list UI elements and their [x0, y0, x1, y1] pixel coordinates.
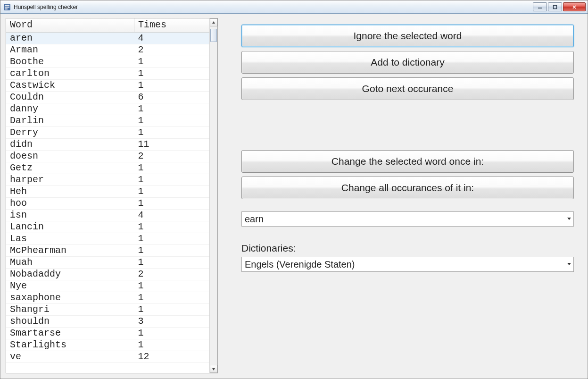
suggestion-combo[interactable]: earn: [241, 211, 574, 227]
table-row[interactable]: Couldn6: [6, 92, 209, 103]
cell-times: 11: [134, 139, 209, 151]
table-row[interactable]: Castwick1: [6, 80, 209, 92]
col-header-word[interactable]: Word: [6, 18, 134, 33]
cell-times: 1: [134, 56, 209, 68]
client-area: Word Times aren4Arman2Boothe1carlton1Cas…: [0, 14, 588, 379]
table-row[interactable]: Smartarse1: [6, 328, 209, 339]
cell-word: Smartarse: [6, 328, 134, 339]
cell-times: 1: [134, 198, 209, 210]
controls-panel: Ignore the selected word Add to dictiona…: [241, 18, 582, 373]
change-all-button[interactable]: Change all occurances of it in:: [241, 177, 574, 199]
svg-rect-3: [5, 8, 8, 9]
table-row[interactable]: Arman2: [6, 44, 209, 56]
app-window: Hunspell spelling checker Word: [0, 0, 588, 379]
minimize-button[interactable]: [533, 2, 547, 11]
table-row[interactable]: Shangri1: [6, 304, 209, 316]
svg-marker-10: [567, 218, 571, 220]
cell-word: danny: [6, 103, 134, 115]
maximize-button[interactable]: [548, 2, 562, 11]
dictionaries-label: Dictionaries:: [241, 243, 574, 254]
svg-rect-1: [5, 5, 9, 6]
cell-word: hoo: [6, 198, 134, 210]
table-row[interactable]: Darlin1: [6, 115, 209, 127]
cell-word: aren: [6, 33, 134, 44]
dictionary-combo[interactable]: Engels (Verenigde Staten): [241, 257, 574, 272]
cell-times: 1: [134, 127, 209, 139]
cell-times: 1: [134, 233, 209, 245]
change-all-button-label: Change all occurances of it in:: [341, 182, 474, 194]
window-title: Hunspell spelling checker: [14, 4, 532, 10]
table-row[interactable]: Derry1: [6, 127, 209, 139]
col-header-times[interactable]: Times: [134, 18, 209, 33]
cell-times: 4: [134, 33, 209, 44]
add-to-dictionary-button[interactable]: Add to dictionary: [241, 51, 574, 74]
table-row[interactable]: harper1: [6, 174, 209, 186]
cell-word: didn: [6, 139, 134, 151]
table-row[interactable]: carlton1: [6, 68, 209, 80]
table-row[interactable]: Lancin1: [6, 221, 209, 233]
scroll-down-button[interactable]: [210, 365, 217, 373]
scroll-up-button[interactable]: [210, 18, 217, 26]
table-row[interactable]: danny1: [6, 103, 209, 115]
cell-word: Getz: [6, 162, 134, 174]
svg-rect-5: [554, 5, 557, 8]
cell-word: Arman: [6, 44, 134, 56]
word-table-wrap: Word Times aren4Arman2Boothe1carlton1Cas…: [6, 18, 209, 373]
cell-word: Nye: [6, 280, 134, 292]
change-once-button-label: Change the selected word once in:: [331, 156, 484, 167]
table-row[interactable]: aren4: [6, 33, 209, 44]
cell-word: Darlin: [6, 115, 134, 127]
svg-marker-8: [212, 21, 215, 24]
word-list-scrollbar[interactable]: [209, 18, 217, 373]
svg-marker-11: [567, 263, 571, 265]
chevron-down-icon: [567, 217, 571, 221]
cell-times: 1: [134, 174, 209, 186]
table-row[interactable]: doesn2: [6, 151, 209, 162]
table-row[interactable]: didn11: [6, 139, 209, 151]
table-row[interactable]: Starlights1: [6, 339, 209, 351]
table-row[interactable]: ve12: [6, 351, 209, 363]
change-once-button[interactable]: Change the selected word once in:: [241, 150, 574, 173]
table-row[interactable]: hoo1: [6, 198, 209, 210]
window-controls: [532, 2, 586, 11]
goto-next-button[interactable]: Goto next occurance: [241, 77, 574, 100]
cell-word: Shangri: [6, 304, 134, 316]
cell-times: 4: [134, 210, 209, 221]
table-row[interactable]: McPhearman1: [6, 245, 209, 257]
close-button[interactable]: [563, 2, 586, 11]
cell-times: 1: [134, 80, 209, 92]
word-list-panel: Word Times aren4Arman2Boothe1carlton1Cas…: [6, 18, 218, 373]
cell-times: 1: [134, 162, 209, 174]
table-row[interactable]: shouldn3: [6, 316, 209, 328]
ignore-button-label: Ignore the selected word: [354, 30, 462, 42]
cell-times: 6: [134, 92, 209, 103]
cell-word: shouldn: [6, 316, 134, 328]
table-row[interactable]: Getz1: [6, 162, 209, 174]
table-row[interactable]: Muah1: [6, 257, 209, 269]
table-row[interactable]: saxaphone1: [6, 292, 209, 304]
table-row[interactable]: Heh1: [6, 186, 209, 198]
cell-times: 2: [134, 269, 209, 280]
cell-word: Nobadaddy: [6, 269, 134, 280]
cell-word: Lancin: [6, 221, 134, 233]
app-icon: [3, 3, 11, 11]
cell-times: 2: [134, 44, 209, 56]
cell-times: 1: [134, 257, 209, 269]
table-row[interactable]: isn4: [6, 210, 209, 221]
dictionary-selected: Engels (Verenigde Staten): [245, 259, 355, 270]
table-row[interactable]: Nye1: [6, 280, 209, 292]
cell-word: ve: [6, 351, 134, 363]
scroll-thumb[interactable]: [210, 29, 217, 42]
svg-rect-2: [5, 7, 9, 8]
cell-times: 1: [134, 328, 209, 339]
table-row[interactable]: Boothe1: [6, 56, 209, 68]
cell-word: doesn: [6, 151, 134, 162]
table-row[interactable]: Las1: [6, 233, 209, 245]
cell-word: Starlights: [6, 339, 134, 351]
cell-times: 1: [134, 186, 209, 198]
word-table[interactable]: Word Times aren4Arman2Boothe1carlton1Cas…: [6, 18, 209, 363]
ignore-button[interactable]: Ignore the selected word: [241, 25, 574, 47]
cell-word: Boothe: [6, 56, 134, 68]
cell-word: Muah: [6, 257, 134, 269]
table-row[interactable]: Nobadaddy2: [6, 269, 209, 280]
